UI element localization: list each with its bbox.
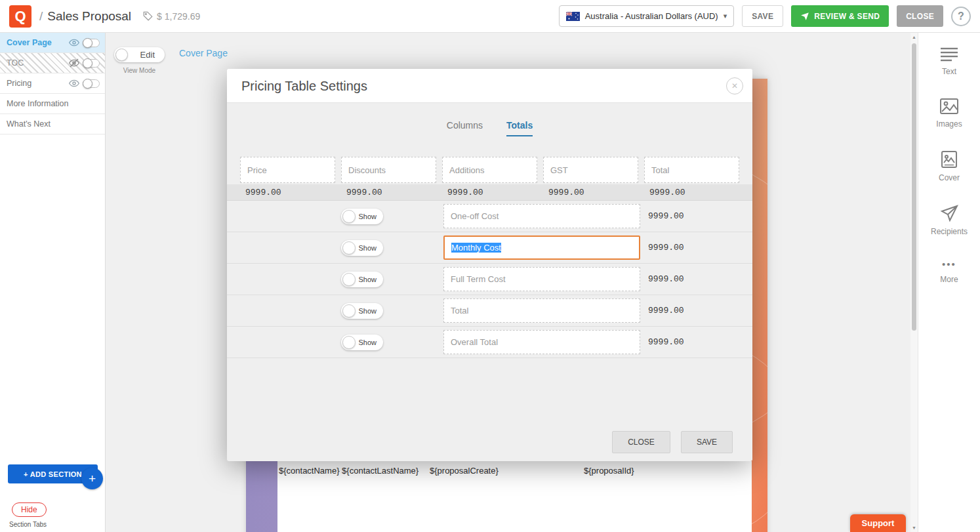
- section-visibility-toggle[interactable]: [83, 79, 100, 88]
- pricing-table-settings-modal: Pricing Table Settings ✕ Columns Totals …: [227, 69, 752, 461]
- page-title: Sales Proposal: [47, 9, 131, 24]
- logo-letter: Q: [14, 8, 26, 25]
- paper-plane-icon: [940, 205, 958, 222]
- sidebar-item-toc[interactable]: TOC: [0, 53, 105, 73]
- top-bar: Q / Sales Proposal $ 1,729.69 Australia …: [0, 0, 980, 33]
- australia-flag-icon: [566, 12, 580, 21]
- tool-label: Text: [942, 67, 956, 76]
- tool-recipients[interactable]: Recipients: [931, 205, 968, 236]
- insert-toolbar: Text Images Cover Recipients ••• More: [918, 33, 980, 532]
- sidebar-item-controls: [69, 79, 100, 88]
- selected-text: Monthly Cost: [451, 243, 501, 253]
- sidebar-item-cover-page[interactable]: Cover Page: [0, 33, 105, 53]
- eye-icon[interactable]: [69, 79, 79, 87]
- sidebar-item-whats-next[interactable]: What's Next: [0, 114, 105, 134]
- eye-off-icon[interactable]: [69, 58, 79, 68]
- toggle-knob: [342, 241, 356, 255]
- app-logo[interactable]: Q: [9, 5, 31, 28]
- sidebar-item-label: TOC: [7, 58, 24, 68]
- contact-name-variable: ${contactName} ${contactLastName}: [279, 466, 419, 476]
- ellipsis-icon: •••: [942, 258, 956, 270]
- toggle-knob: [83, 79, 92, 89]
- modal-save-button[interactable]: SAVE: [681, 431, 733, 453]
- section-visibility-toggle[interactable]: [83, 39, 100, 47]
- modal-close-action-button[interactable]: CLOSE: [612, 431, 670, 453]
- save-button[interactable]: SAVE: [742, 5, 783, 27]
- tab-totals[interactable]: Totals: [506, 120, 533, 136]
- total-name-input[interactable]: Full Term Cost: [443, 267, 640, 291]
- show-toggle[interactable]: Show: [341, 272, 383, 287]
- total-sample-value: 9999.00: [648, 327, 684, 358]
- help-button[interactable]: ?: [951, 7, 971, 26]
- sample-value: 9999.00: [649, 184, 685, 201]
- hide-section-tabs-button[interactable]: Hide: [12, 502, 47, 517]
- tool-more[interactable]: ••• More: [940, 258, 958, 284]
- scroll-up-arrow[interactable]: ▲: [910, 35, 918, 39]
- price-tag-value: $ 1,729.69: [157, 11, 200, 22]
- review-send-button[interactable]: REVIEW & SEND: [791, 5, 889, 27]
- total-sample-value: 9999.00: [648, 295, 684, 327]
- column-name-input-additions[interactable]: Additions: [442, 157, 537, 183]
- total-name-input[interactable]: One-off Cost: [443, 204, 640, 228]
- modal-title: Pricing Table Settings: [241, 69, 367, 103]
- sample-value: 9999.00: [346, 184, 382, 201]
- tool-label: More: [940, 275, 958, 284]
- sidebar-item-label: Pricing: [7, 79, 31, 88]
- scrollbar-thumb[interactable]: [912, 43, 916, 331]
- sidebar-item-controls: [69, 39, 100, 47]
- proposal-id-variable: ${proposalId}: [584, 466, 634, 476]
- modal-close-button[interactable]: ✕: [726, 77, 743, 94]
- sidebar-item-label: What's Next: [7, 119, 51, 129]
- tool-label: Cover: [939, 173, 960, 182]
- tool-cover[interactable]: Cover: [939, 151, 960, 182]
- sidebar-item-label: More Information: [7, 99, 68, 108]
- totals-row-one-off-cost: Show One-off Cost 9999.00: [227, 201, 752, 232]
- sidebar-item-more-information[interactable]: More Information: [0, 94, 105, 114]
- toggle-knob: [342, 304, 356, 317]
- currency-selector[interactable]: Australia - Australian Dollars (AUD) ▾: [559, 5, 735, 27]
- column-name-input-price[interactable]: Price: [240, 157, 335, 183]
- tool-label: Recipients: [931, 227, 968, 236]
- support-button[interactable]: Support: [850, 514, 906, 532]
- image-icon: [940, 98, 958, 114]
- total-name-input-editing[interactable]: Monthly Cost: [443, 235, 640, 260]
- sample-value: 9999.00: [548, 184, 584, 201]
- edit-mode-toggle[interactable]: Edit: [114, 47, 165, 62]
- close-editor-button[interactable]: CLOSE: [897, 5, 943, 27]
- cover-page-icon: [941, 151, 957, 168]
- show-toggle[interactable]: Show: [341, 335, 383, 350]
- totals-rows: Show One-off Cost 9999.00 Show Monthly C…: [227, 201, 752, 358]
- totals-row-full-term-cost: Show Full Term Cost 9999.00: [227, 264, 752, 295]
- canvas-scrollbar: ▲ ▼: [910, 33, 918, 532]
- tool-text[interactable]: Text: [940, 47, 958, 76]
- close-icon: ✕: [731, 81, 738, 91]
- tab-columns[interactable]: Columns: [447, 120, 483, 136]
- column-name-input-gst[interactable]: GST: [543, 157, 638, 183]
- show-toggle-label: Show: [358, 338, 377, 346]
- modal-tabs: Columns Totals: [227, 103, 752, 136]
- toggle-knob: [115, 49, 128, 61]
- tool-images[interactable]: Images: [936, 98, 962, 129]
- eye-icon[interactable]: [69, 39, 79, 47]
- sample-value: 9999.00: [245, 184, 281, 201]
- chevron-down-icon: ▾: [724, 12, 727, 20]
- show-toggle[interactable]: Show: [341, 303, 383, 319]
- column-name-inputs: Price Discounts Additions GST Total: [240, 157, 739, 183]
- sidebar-quick-action-button[interactable]: +: [81, 468, 103, 489]
- total-name-input[interactable]: Total: [443, 298, 640, 323]
- column-name-input-total[interactable]: Total: [644, 157, 739, 183]
- question-mark-icon: ?: [958, 10, 964, 22]
- modal-header: Pricing Table Settings ✕: [227, 69, 752, 103]
- column-name-input-discounts[interactable]: Discounts: [341, 157, 436, 183]
- toggle-knob: [83, 38, 92, 48]
- show-toggle[interactable]: Show: [341, 240, 383, 256]
- section-sidebar: Cover Page TOC Pricing More Information: [0, 33, 106, 532]
- current-section-link[interactable]: Cover Page: [179, 48, 228, 58]
- total-name-input[interactable]: Overall Total: [443, 330, 640, 354]
- totals-row-monthly-cost: Show Monthly Cost 9999.00: [227, 232, 752, 264]
- sidebar-item-pricing[interactable]: Pricing: [0, 73, 105, 94]
- scroll-down-arrow[interactable]: ▼: [910, 525, 918, 530]
- sidebar-item-label: Cover Page: [7, 38, 52, 47]
- show-toggle[interactable]: Show: [341, 209, 383, 224]
- section-visibility-toggle[interactable]: [83, 59, 100, 68]
